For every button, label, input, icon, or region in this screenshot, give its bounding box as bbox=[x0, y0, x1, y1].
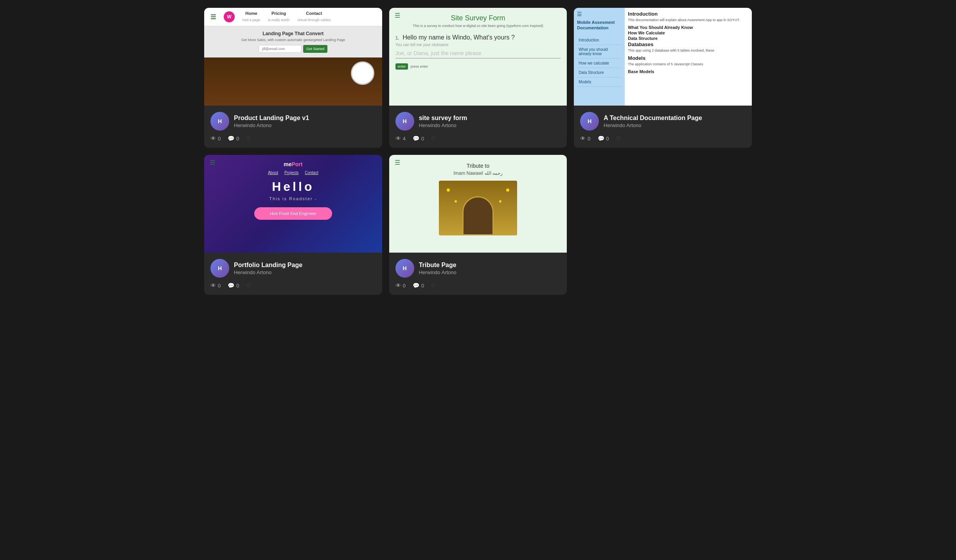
card-preview-portfolio: ☰ mePort About Projects Contact Hello Th… bbox=[204, 155, 382, 253]
card-docs: ☰ Mobile Assesment Documentation Introdu… bbox=[574, 8, 752, 148]
like-button-survey[interactable]: ♡ bbox=[431, 136, 436, 142]
avatar-landing: H bbox=[210, 112, 229, 131]
coffee-cup bbox=[351, 61, 374, 85]
views-count-survey: 4 bbox=[403, 136, 406, 142]
docs-link-intro[interactable]: Introduction bbox=[577, 36, 622, 45]
light-2 bbox=[506, 188, 509, 192]
author-text-tribute: Tribute Page Herwindo Artono bbox=[419, 262, 456, 275]
docs-link-calc[interactable]: How we calculate bbox=[577, 59, 622, 68]
survey-enter-button[interactable]: enter bbox=[395, 63, 408, 70]
avatar-portfolio: H bbox=[210, 259, 229, 278]
card-landing: ☰ W Home had a page Pricing is really wo… bbox=[204, 8, 382, 148]
hamburger-icon: ☰ bbox=[210, 13, 216, 21]
landing-hero-title: Landing Page That Convert bbox=[210, 31, 376, 36]
docs-layout: ☰ Mobile Assesment Documentation Introdu… bbox=[574, 8, 752, 106]
portfolio-nav-projects[interactable]: Projects bbox=[284, 171, 298, 175]
eye-icon-survey: 👁 bbox=[395, 135, 401, 142]
card-info-docs: H A Technical Documentation Page Herwind… bbox=[574, 106, 752, 148]
nav-link-home: Home had a page bbox=[243, 11, 260, 23]
card-stats-landing: 👁 0 💬 0 ♡ bbox=[210, 135, 376, 142]
nav-pricing-sub: is really worth bbox=[268, 18, 289, 22]
light-4 bbox=[499, 200, 501, 203]
docs-h3-calc: How We Calculate bbox=[628, 31, 749, 35]
like-button-landing[interactable]: ♡ bbox=[246, 136, 251, 142]
docs-p-db: This app using 2 database with 5 tables … bbox=[628, 48, 749, 53]
docs-link-data[interactable]: Data Structure bbox=[577, 68, 622, 77]
nav-link-pricing: Pricing is really worth bbox=[268, 11, 289, 23]
views-stat-portfolio: 👁 0 bbox=[210, 282, 221, 289]
docs-h3-base: Base Models bbox=[628, 69, 749, 74]
landing-nav-links: Home had a page Pricing is really worth … bbox=[243, 11, 376, 23]
comment-icon-survey: 💬 bbox=[413, 135, 419, 142]
author-text-portfolio: Portfolio Landing Page Herwindo Artono bbox=[234, 262, 302, 275]
docs-h2-intro: Introduction bbox=[628, 11, 749, 17]
hamburger-icon-tribute: ☰ bbox=[395, 159, 400, 166]
comments-stat-docs: 💬 0 bbox=[598, 135, 609, 142]
comments-stat-survey: 💬 0 bbox=[413, 135, 424, 142]
portfolio-hello-text: Hello bbox=[272, 179, 314, 194]
portfolio-nav-contact[interactable]: Contact bbox=[305, 171, 318, 175]
views-count-tribute: 0 bbox=[403, 283, 406, 289]
like-button-tribute[interactable]: ♡ bbox=[431, 283, 436, 289]
docs-link-know[interactable]: What you should already know bbox=[577, 45, 622, 59]
survey-hint: You can tell me your nickname bbox=[395, 43, 561, 47]
portfolio-brand: mePort bbox=[284, 161, 302, 167]
docs-link-models[interactable]: Models bbox=[577, 77, 622, 87]
hamburger-icon-portfolio: ☰ bbox=[210, 159, 215, 166]
card-stats-docs: 👁 0 💬 0 ♡ bbox=[580, 135, 746, 142]
survey-question-block: 1. Hello my name is Windo, What's yours … bbox=[395, 34, 561, 70]
views-count-landing: 0 bbox=[218, 136, 221, 142]
docs-content: Introduction This documentation will exp… bbox=[625, 8, 752, 106]
card-info-landing: H Product Landing Page v1 Herwindo Arton… bbox=[204, 106, 382, 148]
nav-link-contact: Contact virtual through cables bbox=[297, 11, 331, 23]
author-text-survey: site survey form Herwindo Artono bbox=[419, 115, 467, 128]
portfolio-nav-about[interactable]: About bbox=[268, 171, 278, 175]
light-1 bbox=[447, 188, 450, 192]
comments-count-portfolio: 0 bbox=[236, 283, 239, 289]
views-stat-docs: 👁 0 bbox=[580, 135, 590, 142]
survey-question-number: 1. bbox=[395, 35, 399, 41]
like-button-portfolio[interactable]: ♡ bbox=[246, 283, 251, 289]
landing-hero-subtitle: Get More Sales, with custom automatic ge… bbox=[210, 38, 376, 42]
author-text-docs: A Technical Documentation Page Herwindo … bbox=[604, 115, 702, 128]
avatar-docs: H bbox=[580, 112, 599, 131]
landing-coffee-image bbox=[204, 57, 382, 106]
like-button-docs[interactable]: ♡ bbox=[616, 136, 621, 142]
card-stats-survey: 👁 4 💬 0 ♡ bbox=[395, 135, 561, 142]
survey-footer: enter press enter bbox=[395, 63, 561, 70]
comment-icon-portfolio: 💬 bbox=[228, 282, 234, 289]
views-stat-landing: 👁 0 bbox=[210, 135, 221, 142]
comments-stat-portfolio: 💬 0 bbox=[228, 282, 239, 289]
portfolio-nav: About Projects Contact bbox=[268, 171, 318, 175]
card-preview-landing: ☰ W Home had a page Pricing is really wo… bbox=[204, 8, 382, 106]
comment-icon-landing: 💬 bbox=[228, 135, 234, 142]
comments-count-tribute: 0 bbox=[421, 283, 424, 289]
docs-h2-db: Databases bbox=[628, 41, 749, 47]
comment-icon-docs: 💬 bbox=[598, 135, 604, 142]
docs-h3-know: What You Should Already Know bbox=[628, 25, 749, 30]
survey-question-text: Hello my name is Windo, What's yours ? bbox=[403, 34, 515, 41]
views-count-docs: 0 bbox=[588, 136, 590, 142]
card-author-row-survey: H site survey form Herwindo Artono bbox=[395, 112, 561, 131]
survey-press-label: press enter bbox=[410, 65, 428, 68]
project-grid: ☰ W Home had a page Pricing is really wo… bbox=[204, 8, 752, 295]
tribute-subtitle: Imam Nawawī رحمه الله bbox=[453, 171, 503, 176]
tribute-image bbox=[439, 181, 517, 235]
card-author-row-portfolio: H Portfolio Landing Page Herwindo Artono bbox=[210, 259, 376, 278]
light-3 bbox=[455, 200, 457, 203]
tribute-arch bbox=[462, 196, 494, 235]
avatar-tribute: H bbox=[395, 259, 414, 278]
portfolio-cta-button[interactable]: Hire Front End Engineer bbox=[254, 207, 332, 220]
eye-icon-tribute: 👁 bbox=[395, 282, 401, 289]
author-name-survey: Herwindo Artono bbox=[419, 122, 467, 128]
nav-pricing-label: Pricing bbox=[268, 11, 289, 16]
views-stat-survey: 👁 4 bbox=[395, 135, 406, 142]
card-survey: ☰ Site Survey Form This is a survey to c… bbox=[389, 8, 567, 148]
project-title-survey: site survey form bbox=[419, 115, 467, 122]
landing-email-input[interactable] bbox=[259, 45, 302, 53]
landing-get-started-button[interactable]: Get Started bbox=[303, 45, 327, 53]
card-tribute: ☰ Tribute to Imam Nawawī رحمه الله H Tri… bbox=[389, 155, 567, 295]
nav-contact-sub: virtual through cables bbox=[297, 18, 331, 22]
nav-contact-label: Contact bbox=[297, 11, 331, 16]
landing-logo: W bbox=[224, 11, 235, 22]
